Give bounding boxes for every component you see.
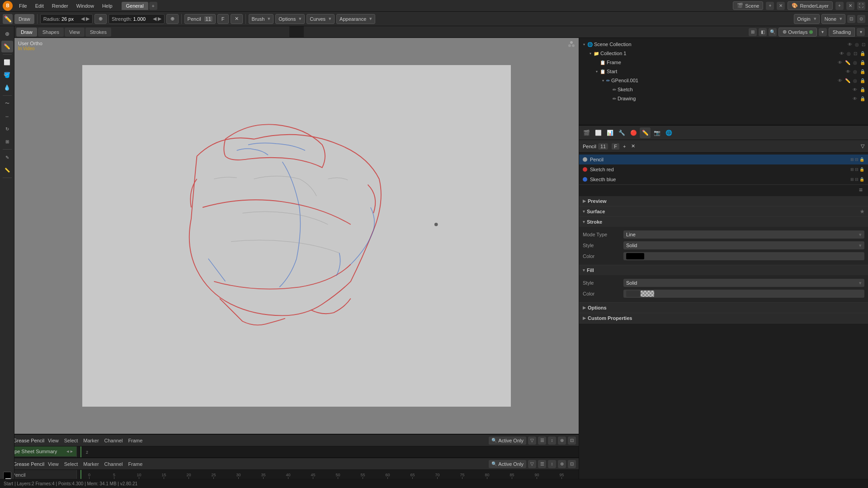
tree-item-drawing[interactable]: ▾ ✏ Drawing 👁 🔒 bbox=[579, 94, 868, 103]
stroke-color-value[interactable] bbox=[623, 252, 864, 260]
brush-header-plus[interactable]: + bbox=[621, 144, 627, 149]
sc-eye-icon[interactable]: 👁 bbox=[847, 42, 853, 47]
props-object-icon[interactable]: ⬜ bbox=[593, 127, 604, 138]
tl2-select-btn[interactable]: Select bbox=[62, 461, 80, 467]
options-header[interactable]: ▶ Options bbox=[579, 303, 868, 313]
menu-window[interactable]: Window bbox=[73, 2, 98, 9]
tl2-marker-btn[interactable]: Marker bbox=[81, 461, 100, 467]
tint-tool[interactable]: 💧 bbox=[1, 82, 13, 94]
tl1-channel-btn[interactable]: Channel bbox=[103, 438, 125, 443]
layer-pencil[interactable]: Pencil ⊞ ⊟ 🔒 bbox=[579, 155, 868, 164]
c1-lock-icon[interactable]: 🔒 bbox=[859, 51, 866, 56]
tl2-view-btn[interactable]: View bbox=[46, 461, 61, 467]
tree-item-sketch[interactable]: ▾ ✏ Sketch 👁 🔒 bbox=[579, 85, 868, 94]
tl1-icon2[interactable]: ☰ bbox=[538, 436, 546, 445]
props-modifier-icon[interactable]: 🔧 bbox=[616, 127, 627, 138]
viewport-icon1[interactable]: ⊞ bbox=[749, 28, 757, 36]
draw-tool[interactable]: ✏️ bbox=[1, 41, 13, 52]
scene-selector[interactable]: 🎬 Scene bbox=[733, 1, 763, 10]
tl1-select-btn[interactable]: Select bbox=[62, 438, 80, 443]
tl2-icon4[interactable]: ⊕ bbox=[558, 460, 566, 468]
layer-selector[interactable]: 🎨 RenderLayer bbox=[788, 1, 833, 10]
brush-header-f[interactable]: F bbox=[612, 143, 619, 150]
brush-options-dropdown[interactable]: Brush ▾ bbox=[249, 14, 274, 24]
gp-lock[interactable]: 🔒 bbox=[859, 78, 866, 83]
props-shader-icon[interactable]: 🔴 bbox=[628, 127, 639, 138]
canvas-area[interactable] bbox=[82, 65, 511, 407]
gp-edit[interactable]: ✏️ bbox=[844, 78, 851, 83]
gp-sel[interactable]: ◎ bbox=[852, 78, 858, 83]
overlays-btn[interactable]: ⊛ Overlays bbox=[778, 28, 816, 37]
cursor-tool[interactable]: ⊕ bbox=[1, 28, 13, 40]
curves-dropdown[interactable]: Curves ▾ bbox=[307, 14, 335, 24]
viewport-icon2[interactable]: ◧ bbox=[759, 28, 767, 36]
start-eye[interactable]: 👁 bbox=[845, 69, 851, 74]
frame-edit[interactable]: ✏️ bbox=[844, 60, 851, 65]
fill-color-swatch[interactable] bbox=[626, 291, 640, 297]
tl1-icon5[interactable]: ⊡ bbox=[568, 436, 576, 445]
tl2-icon2[interactable]: ☰ bbox=[538, 460, 546, 468]
layer-red[interactable]: Sketch red ⊞ ⊟ 🔒 bbox=[579, 164, 868, 174]
tab-view[interactable]: View bbox=[65, 28, 85, 37]
scale-tool[interactable]: ⊞ bbox=[1, 136, 13, 147]
layer-p-lock[interactable]: 🔒 bbox=[859, 157, 864, 162]
app-icon[interactable]: B bbox=[3, 1, 13, 11]
strength-input[interactable] bbox=[133, 16, 151, 22]
tl1-marker-btn[interactable]: Marker bbox=[81, 438, 100, 443]
snap-btn[interactable]: ⊡ bbox=[847, 15, 855, 23]
layer-b-eye[interactable]: ⊞ bbox=[850, 177, 854, 182]
props-scene-icon[interactable]: 🎬 bbox=[581, 127, 592, 138]
layer-r-grid[interactable]: ⊟ bbox=[855, 167, 859, 172]
tl2-icon3[interactable]: ↕ bbox=[548, 460, 556, 468]
tree-item-collection1[interactable]: ▾ 📁 Collection 1 👁 ◎ ⊡ 🔒 bbox=[579, 49, 868, 58]
brush-header-filter[interactable]: ▽ bbox=[861, 143, 864, 149]
start-lock[interactable]: 🔒 bbox=[859, 69, 866, 74]
curve-tool[interactable]: 〜 bbox=[1, 98, 13, 109]
strength-extra-btn[interactable]: ⊕ bbox=[166, 14, 179, 24]
main-viewport[interactable]: User Ortho In Video bbox=[14, 38, 579, 434]
props-data-icon[interactable]: 📊 bbox=[604, 127, 615, 138]
c1-sel-icon[interactable]: ◎ bbox=[846, 51, 852, 56]
tree-item-gpencil[interactable]: ▾ ✏ GPencil.001 👁 ✏️ ◎ 🔒 bbox=[579, 76, 868, 85]
layer-p-eye[interactable]: ⊞ bbox=[850, 157, 854, 162]
rotate-tool[interactable]: ↻ bbox=[1, 123, 13, 135]
stroke-mode-value[interactable]: Line ▾ bbox=[623, 230, 864, 239]
radius-inc-btn[interactable]: ▶ bbox=[86, 16, 90, 22]
layer-r-eye[interactable]: ⊞ bbox=[850, 167, 854, 172]
radius-extra-btn[interactable]: ⊕ bbox=[94, 14, 107, 24]
drawing-eye[interactable]: 👁 bbox=[852, 96, 858, 101]
fill-tool[interactable]: 🪣 bbox=[1, 69, 13, 81]
fullscreen-btn[interactable]: ⛶ bbox=[857, 2, 865, 10]
f-btn[interactable]: F bbox=[217, 14, 229, 24]
none-selector[interactable]: None ▾ bbox=[821, 14, 845, 24]
layer-blue[interactable]: Skecth blue ⊞ ⊟ 🔒 bbox=[579, 174, 868, 184]
proportional-btn[interactable]: ⊙ bbox=[857, 15, 865, 23]
tl1-icon4[interactable]: ⊕ bbox=[558, 436, 566, 445]
mode-icon[interactable]: ✏️ bbox=[3, 14, 13, 24]
custom-header[interactable]: ▶ Custom Properties bbox=[579, 313, 868, 323]
workspace-tab-general[interactable]: General bbox=[122, 2, 148, 10]
menu-help[interactable]: Help bbox=[99, 2, 116, 9]
sketch-lock[interactable]: 🔒 bbox=[859, 87, 866, 92]
annotate-tool[interactable]: ✎ bbox=[1, 151, 13, 163]
radius-input[interactable] bbox=[61, 16, 80, 22]
stroke-style-value[interactable]: Solid ▾ bbox=[623, 241, 864, 249]
props-render-icon[interactable]: 📷 bbox=[651, 127, 662, 138]
draw-mode-btn[interactable]: Draw bbox=[14, 14, 34, 24]
fill-header[interactable]: ▾ Fill bbox=[579, 265, 868, 275]
gp-eye[interactable]: 👁 bbox=[837, 78, 843, 83]
props-world-icon[interactable]: 🌐 bbox=[663, 127, 674, 138]
origin-selector[interactable]: Origin ▾ bbox=[794, 14, 819, 24]
layer-remove-btn[interactable]: ✕ bbox=[846, 2, 854, 10]
shading-extra[interactable]: ▾ bbox=[857, 28, 865, 36]
tl2-active-only-btn[interactable]: 🔍 Active Only bbox=[489, 460, 526, 468]
transform-tool[interactable]: ↔ bbox=[1, 110, 13, 122]
c1-hide-icon[interactable]: ⊡ bbox=[853, 51, 858, 56]
shading-btn[interactable]: Shading bbox=[829, 28, 855, 37]
layer-add-icon[interactable]: ≡ bbox=[859, 186, 863, 193]
fill-color-value[interactable] bbox=[623, 290, 864, 298]
layer-b-grid[interactable]: ⊟ bbox=[855, 177, 859, 182]
layer-add-btn[interactable]: + bbox=[835, 2, 844, 10]
overlays-extra[interactable]: ▾ bbox=[819, 28, 827, 36]
start-sel[interactable]: ◎ bbox=[852, 69, 858, 74]
